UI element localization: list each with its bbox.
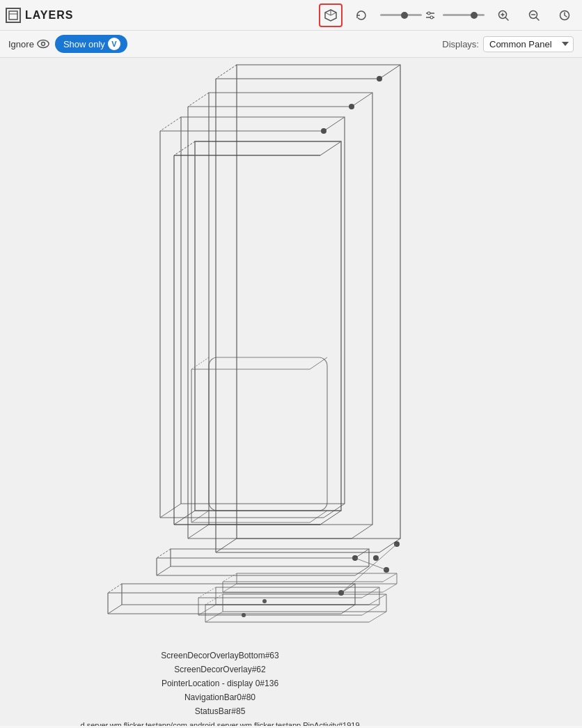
slider-track-2[interactable]	[443, 14, 485, 16]
svg-line-16	[536, 17, 539, 20]
svg-line-85	[355, 558, 386, 570]
svg-line-105	[205, 594, 223, 605]
svg-line-64	[108, 584, 122, 593]
reset-button[interactable]	[349, 3, 373, 27]
svg-line-49	[320, 141, 341, 155]
toolbar-left: LAYERS	[6, 8, 73, 23]
svg-line-21	[216, 65, 237, 79]
svg-rect-55	[209, 357, 327, 511]
svg-line-91	[383, 584, 397, 592]
svg-point-73	[373, 555, 379, 561]
svg-line-76	[157, 549, 171, 558]
svg-line-34	[352, 525, 372, 539]
svg-line-24	[216, 539, 237, 552]
svg-point-103	[242, 613, 246, 617]
svg-line-56	[191, 357, 209, 369]
svg-line-31	[352, 93, 372, 107]
layer-label-0: ScreenDecorOverlayBottom#63	[161, 651, 279, 660]
layer-label-4: StatusBar#85	[195, 706, 246, 716]
svg-line-13	[505, 17, 508, 20]
svg-line-60	[310, 511, 327, 522]
layers-panel-icon	[6, 8, 21, 23]
svg-line-40	[324, 117, 345, 131]
layer-visualization: ScreenDecorOverlayBottom#63 ScreenDecorO…	[0, 58, 582, 726]
slider-group-1	[380, 10, 436, 21]
svg-point-28	[377, 76, 382, 82]
layer-label-2: PointerLocation - display 0#136	[162, 679, 278, 688]
svg-line-99	[362, 605, 379, 615]
layer-main	[174, 141, 341, 525]
displays-label: Displays:	[442, 39, 479, 49]
history-button[interactable]	[553, 3, 576, 27]
svg-line-42	[160, 504, 181, 518]
displays-select[interactable]: Common Panel All Displays Display 0 Disp…	[483, 36, 574, 52]
eye-icon	[37, 39, 49, 49]
svg-line-59	[191, 511, 209, 522]
toolbar: LAYERS	[0, 0, 582, 31]
svg-line-106	[369, 594, 386, 605]
filter-bar: Ignore Show only V Displays: Common Pane…	[0, 31, 582, 58]
svg-point-8	[427, 12, 430, 15]
svg-point-19	[41, 42, 45, 46]
canvas-area[interactable]: ScreenDecorOverlayBottom#63 ScreenDecorO…	[0, 58, 582, 726]
layer-nav	[198, 587, 379, 617]
ignore-button[interactable]: Ignore	[8, 39, 49, 49]
show-only-button[interactable]: Show only V	[55, 35, 127, 53]
layer-statusbar	[205, 594, 386, 622]
slider-handle-1[interactable]	[401, 12, 408, 19]
layer-decor	[157, 549, 389, 575]
svg-marker-104	[223, 594, 386, 612]
svg-line-79	[157, 566, 171, 575]
filter-right: Displays: Common Panel All Displays Disp…	[442, 36, 574, 52]
svg-point-102	[262, 599, 267, 603]
svg-line-90	[223, 584, 237, 592]
svg-line-39	[160, 117, 181, 131]
page-title: LAYERS	[25, 9, 73, 22]
svg-line-67	[108, 605, 122, 614]
svg-line-87	[223, 573, 237, 582]
slider-group-2	[443, 14, 485, 16]
slider-handle-2[interactable]	[471, 12, 478, 19]
layer-label-5: d.server.wm.flicker.testapp/com.android.…	[80, 721, 359, 726]
zoom-in-button[interactable]	[491, 3, 515, 27]
zoom-out-button[interactable]	[522, 3, 546, 27]
3d-view-button[interactable]	[319, 3, 343, 27]
filter-left: Ignore Show only V	[8, 35, 127, 53]
svg-marker-47	[195, 141, 341, 511]
layer-pointer	[223, 573, 397, 592]
svg-point-37	[349, 104, 354, 109]
layer-label-1: ScreenDecorOverlay#62	[174, 665, 266, 674]
ignore-label: Ignore	[8, 39, 34, 49]
title-section: LAYERS	[6, 8, 73, 23]
svg-marker-29	[209, 93, 372, 525]
svg-rect-0	[9, 11, 17, 20]
svg-line-4	[331, 13, 336, 15]
svg-point-46	[321, 128, 327, 134]
svg-line-68	[341, 605, 355, 614]
svg-marker-86	[237, 573, 397, 584]
svg-line-5	[325, 13, 331, 15]
show-only-badge: V	[108, 38, 120, 50]
svg-line-22	[379, 65, 400, 79]
svg-line-109	[369, 612, 386, 622]
layer-label-3: NavigationBar0#80	[184, 692, 255, 702]
svg-line-48	[174, 141, 195, 155]
toolbar-right	[319, 3, 576, 27]
svg-marker-20	[237, 65, 400, 539]
slider-track-1[interactable]	[380, 14, 422, 16]
svg-point-9	[430, 16, 433, 19]
svg-line-108	[205, 612, 223, 622]
svg-line-88	[383, 573, 397, 582]
show-only-label: Show only	[63, 39, 105, 49]
svg-line-57	[310, 357, 327, 369]
sliders-icon	[425, 10, 436, 21]
svg-line-33	[188, 525, 209, 539]
svg-point-18	[38, 40, 49, 48]
svg-line-80	[355, 566, 369, 575]
svg-marker-38	[181, 117, 345, 504]
layer-pip	[191, 357, 327, 522]
svg-line-30	[188, 93, 209, 107]
